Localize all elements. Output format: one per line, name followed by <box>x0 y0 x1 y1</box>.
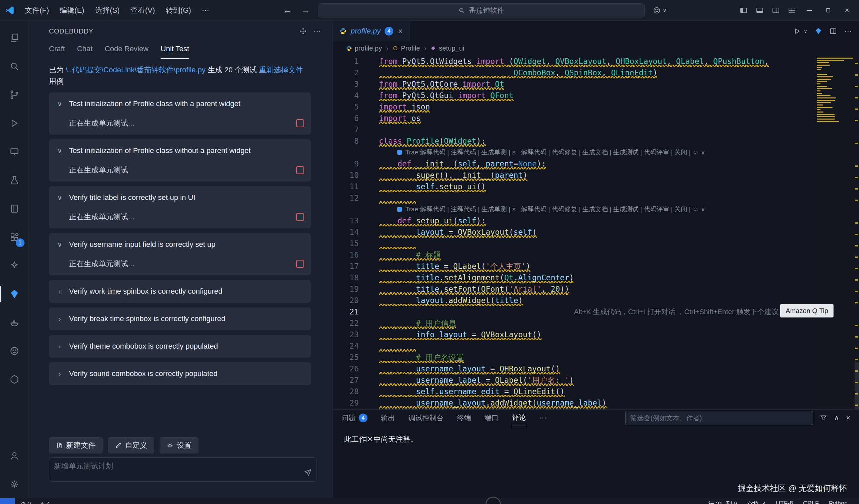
activity-search[interactable] <box>0 52 29 80</box>
panel-tab-调试控制台[interactable]: 调试控制台 <box>408 410 443 426</box>
code-line[interactable]: 8class Profile(QWidget): <box>333 135 815 147</box>
code-line[interactable]: 2 QComboBox, QSpinBox, QLineEdit) <box>333 67 815 78</box>
comments-filter-input[interactable] <box>625 411 813 425</box>
code-line[interactable]: 3from PyQt5.QtCore import Qt <box>333 78 815 90</box>
split-editor-icon[interactable] <box>829 28 837 35</box>
breadcrumb-file[interactable]: profile.py <box>346 45 382 52</box>
run-dropdown-icon[interactable]: ∨ <box>804 28 808 34</box>
activity-explorer[interactable] <box>0 23 29 52</box>
code-area[interactable]: 1from PyQt5.QtWidgets import (QWidget, Q… <box>333 55 815 409</box>
breadcrumb-class[interactable]: Profile <box>392 45 420 52</box>
status-item[interactable]: 空格: 4 <box>747 500 766 504</box>
sidebar-tab-craft[interactable]: Craft <box>49 40 65 59</box>
codelens-actions[interactable]: Trae:解释代码 | 注释代码 | 生成单测 | × 解释代码 | 代码修复 … <box>405 204 706 215</box>
code-line[interactable]: 18 title.setAlignment(Qt.AlignCenter) <box>333 272 815 283</box>
codelens-row[interactable]: Trae:解释代码 | 注释代码 | 生成单测 | × 解释代码 | 代码修复 … <box>333 147 815 158</box>
minimize-button[interactable]: ─ <box>800 0 819 21</box>
chevron-right-icon[interactable]: › <box>56 315 64 323</box>
overview-ruler[interactable] <box>855 55 859 409</box>
status-item[interactable]: ⚠ 4 <box>40 500 50 504</box>
code-line[interactable]: 24 <box>333 340 815 352</box>
editor-tab-profile-py[interactable]: profile.py 4 × <box>333 21 410 42</box>
code-line[interactable]: 11 self.setup_ui() <box>333 181 815 192</box>
breadcrumb-method[interactable]: setup_ui <box>430 45 464 52</box>
test-card[interactable]: ∨Test initialization of Profile class wi… <box>49 139 311 182</box>
test-card[interactable]: ∨Test initialization of Profile class wi… <box>49 92 311 135</box>
code-line[interactable]: 7 <box>333 124 815 135</box>
amazon-q-tip-badge[interactable]: Amazon Q Tip <box>780 304 833 317</box>
panel-tab-问题[interactable]: 问题4 <box>341 410 367 426</box>
status-item[interactable]: ⊘ 0 <box>21 500 31 504</box>
trae-gem-icon[interactable] <box>815 28 822 35</box>
menu-item[interactable]: 选择(S) <box>90 0 125 20</box>
nav-forward-button[interactable]: → <box>299 5 313 15</box>
close-window-button[interactable]: × <box>838 0 856 21</box>
test-card[interactable]: ›Verify sound combobox is correctly popu… <box>49 362 311 385</box>
customize-button[interactable]: 自定义 <box>108 437 154 454</box>
chevron-down-icon[interactable]: ∨ <box>56 100 64 108</box>
menu-item[interactable]: 编辑(E) <box>54 0 90 20</box>
test-card[interactable]: ∨Verify username input field is correctl… <box>49 233 311 275</box>
activity-codebuddy[interactable] <box>0 280 29 308</box>
code-line[interactable]: 26 username_layout = QHBoxLayout() <box>333 363 815 374</box>
panel-tab-输出[interactable]: 输出 <box>381 410 395 426</box>
code-line[interactable]: 12 <box>333 192 815 204</box>
activity-source-control[interactable] <box>0 80 29 109</box>
menu-item[interactable]: 查看(V) <box>125 0 160 20</box>
filter-funnel-icon[interactable] <box>820 414 827 422</box>
more-actions-icon[interactable]: ⋯ <box>314 27 321 35</box>
code-line[interactable]: 16 # 标题 <box>333 249 815 261</box>
code-line[interactable]: 29 username_layout.addWidget(username_la… <box>333 397 815 409</box>
activity-docker[interactable] <box>0 308 29 336</box>
test-card[interactable]: ∨Verify title label is correctly set up … <box>49 186 311 229</box>
toggle-panel-button[interactable] <box>752 2 768 18</box>
file-path-link[interactable]: \..代码提交\CodeLink\番茄钟软件\profile.py <box>66 66 206 74</box>
code-line[interactable]: 28 self.username_edit = QLineEdit() <box>333 386 815 397</box>
activity-emoji-extension[interactable] <box>0 336 29 365</box>
code-line[interactable]: 22 # 用户信息 <box>333 317 815 329</box>
code-line[interactable]: 25 # 用户名设置 <box>333 352 815 363</box>
panel-tab-评论[interactable]: 评论 <box>512 410 526 426</box>
activity-notebook[interactable] <box>0 194 29 223</box>
account-menu-button[interactable]: ∨ <box>650 5 669 16</box>
test-card[interactable]: ›Verify work time spinbox is correctly c… <box>49 280 311 303</box>
settings-button[interactable]: 设置 <box>160 437 198 454</box>
chevron-down-icon[interactable]: ∨ <box>56 147 64 155</box>
move-view-icon[interactable] <box>299 28 307 35</box>
activity-run-debug[interactable] <box>0 109 29 137</box>
code-line[interactable]: 19 title.setFont(QFont('Arial', 20)) <box>333 283 815 295</box>
activity-account[interactable] <box>0 441 29 470</box>
toggle-primary-sidebar-button[interactable] <box>736 2 752 18</box>
code-line[interactable]: 14 layout = QVBoxLayout(self) <box>333 226 815 238</box>
code-line[interactable]: 1from PyQt5.QtWidgets import (QWidget, Q… <box>333 56 815 67</box>
customize-layout-button[interactable] <box>784 2 800 18</box>
panel-maximize-icon[interactable]: ∧ <box>834 413 839 422</box>
chevron-down-icon[interactable]: ∨ <box>56 240 64 249</box>
chevron-down-icon[interactable]: ∨ <box>56 193 64 202</box>
stop-generation-button[interactable] <box>296 119 304 127</box>
chevron-right-icon[interactable]: › <box>56 370 64 378</box>
codelens-row[interactable]: Trae:解释代码 | 注释代码 | 生成单测 | × 解释代码 | 代码修复 … <box>333 204 815 215</box>
new-test-plan-input[interactable] <box>54 461 291 478</box>
status-item[interactable]: CRLF <box>803 500 819 504</box>
code-line[interactable]: 21Alt+K 生成代码，Ctrl+I 打开对话 ，Ctrl+Shift+Ent… <box>333 306 815 317</box>
chevron-right-icon[interactable]: › <box>56 288 64 295</box>
reselect-file-link[interactable]: 重新选择文件 <box>259 66 303 74</box>
menu-overflow-icon[interactable]: ⋯ <box>196 0 215 20</box>
code-line[interactable]: 6import os <box>333 112 815 124</box>
activity-plugin-hex[interactable] <box>0 365 29 393</box>
test-card[interactable]: ›Verify break time spinbox is correctly … <box>49 308 311 330</box>
panel-more-icon[interactable]: ⋯ <box>540 410 546 426</box>
menu-item[interactable]: 转到(G) <box>160 0 196 20</box>
codelens-actions[interactable]: Trae:解释代码 | 注释代码 | 生成单测 | × 解释代码 | 代码修复 … <box>405 147 706 158</box>
stop-generation-button[interactable] <box>296 260 304 268</box>
code-line[interactable]: 4from PyQt5.QtGui import QFont <box>333 90 815 101</box>
run-file-button[interactable] <box>794 28 801 35</box>
activity-ai-assistant[interactable] <box>0 251 29 280</box>
maximize-button[interactable] <box>819 0 838 21</box>
editor-scrollbar[interactable] <box>855 362 859 409</box>
global-search-box[interactable]: 番茄钟软件 <box>318 3 645 17</box>
code-line[interactable]: 17 title = QLabel('个人主页') <box>333 261 815 272</box>
sidebar-tab-chat[interactable]: Chat <box>77 40 92 59</box>
status-item[interactable]: 行 21, 列 9 <box>708 500 737 504</box>
